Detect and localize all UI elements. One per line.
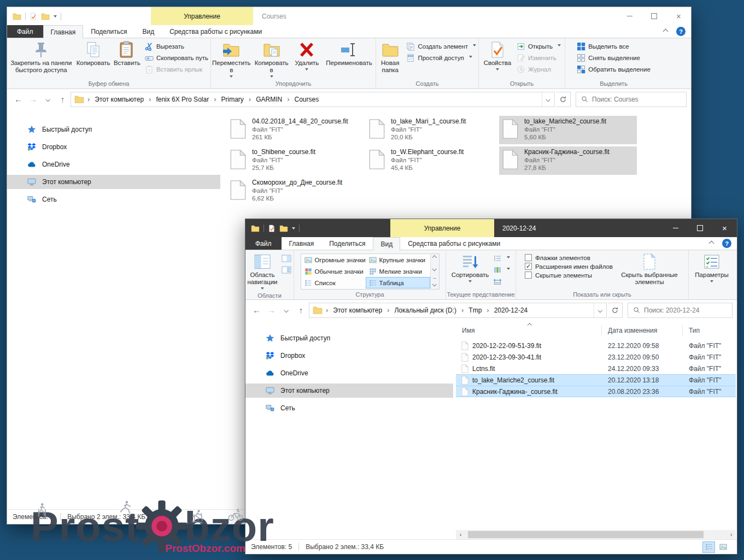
table-row-selected[interactable]: to_lake_Mariche2_course.fit 20.12.2020 1…	[456, 374, 736, 386]
breadcrumb-item[interactable]: Tmp	[467, 306, 483, 314]
move-to-button[interactable]: Переместить в	[211, 39, 251, 79]
select-all-button[interactable]: Выделить все	[577, 41, 651, 52]
history-button[interactable]: Журнал	[517, 64, 561, 75]
scroll-up-icon[interactable]	[432, 256, 437, 260]
details-view-button[interactable]	[702, 541, 715, 553]
hidden-items-checkbox[interactable]: Скрытые элементы	[525, 272, 613, 279]
maximize-button[interactable]	[642, 7, 666, 25]
sort-by-button[interactable]: Сортировать	[449, 251, 491, 284]
table-row[interactable]: 2020-12-23-09-30-41.fit 23.12.2020 09:50…	[456, 351, 736, 363]
qat-customize-icon[interactable]	[54, 15, 57, 19]
tab-file[interactable]: Файл	[245, 237, 282, 250]
close-button[interactable]: ×	[712, 219, 737, 237]
scrollbar-thumb[interactable]	[468, 531, 704, 538]
edit-button[interactable]: Изменить	[517, 52, 561, 63]
tab-picture-tools[interactable]: Средства работы с рисунками	[162, 25, 270, 38]
back-button[interactable]: ←	[11, 92, 25, 106]
options-button[interactable]: Параметры	[692, 251, 732, 284]
file-tile[interactable]: to_lake_Mari_1_course.fitФайл "FIT"20,0 …	[366, 116, 503, 144]
sidebar-item-quick-access[interactable]: Быстрый доступ	[245, 331, 453, 345]
column-header-date-modified[interactable]: Дата изменения	[602, 325, 683, 336]
view-small-icons[interactable]: Мелкие значки	[366, 266, 430, 277]
breadcrumb-item[interactable]: fenix 6X Pro Solar	[154, 96, 210, 103]
paste-shortcut-button[interactable]: Вставить ярлык	[145, 64, 208, 75]
minimize-button[interactable]	[617, 7, 642, 25]
size-columns-button[interactable]	[493, 276, 510, 287]
sort-ascending-icon[interactable]	[528, 321, 531, 328]
new-item-button[interactable]: Создать элемент	[406, 41, 476, 52]
recent-locations-button[interactable]	[41, 92, 55, 106]
up-button[interactable]: ↑	[294, 303, 308, 317]
sidebar-item-dropbox[interactable]: Dropbox	[245, 349, 453, 363]
breadcrumb-item[interactable]: GARMIN	[254, 96, 284, 103]
front-title-bar[interactable]: Управление 2020-12-24 ×	[245, 219, 737, 237]
refresh-button[interactable]	[556, 92, 571, 107]
sidebar-item-quick-access[interactable]: Быстрый доступ	[7, 122, 220, 137]
new-folder-button[interactable]: Новая папка	[376, 39, 404, 74]
file-tile-selected[interactable]: to_lake_Mariche2_course.fitФайл "FIT"5,6…	[499, 116, 637, 144]
column-header-type[interactable]: Тип	[683, 325, 736, 336]
properties-button[interactable]: Свойства	[481, 39, 514, 72]
sidebar-item-onedrive[interactable]: OneDrive	[245, 366, 453, 380]
sidebar-item-onedrive[interactable]: OneDrive	[7, 157, 220, 172]
table-row[interactable]: 2020-12-22-09-51-39.fit 22.12.2020 09:58…	[456, 340, 736, 351]
delete-button[interactable]: Удалить	[291, 39, 323, 72]
sidebar-item-dropbox[interactable]: Dropbox	[7, 140, 220, 154]
view-extra-large-icons[interactable]: Огромные значки	[301, 254, 366, 266]
invert-selection-button[interactable]: Обратить выделение	[577, 64, 651, 75]
easy-access-button[interactable]: Простой доступ	[406, 52, 476, 63]
back-button[interactable]: ←	[250, 303, 263, 317]
properties-qat-icon[interactable]	[30, 13, 37, 20]
file-tile[interactable]: to_W.Elephant_course.fitФайл "FIT"45,4 К…	[366, 146, 503, 175]
tab-share[interactable]: Поделиться	[321, 237, 373, 250]
view-large-icons[interactable]: Крупные значки	[366, 254, 430, 266]
search-input[interactable]: Поиск: 2020-12-24	[628, 303, 733, 318]
collapse-ribbon-icon[interactable]	[663, 29, 669, 34]
address-bar[interactable]: › Этот компьютер › Локальный диск (D:) ›…	[309, 303, 607, 318]
copy-button[interactable]: Копировать	[75, 39, 112, 67]
breadcrumb-item[interactable]: 2020-12-24	[493, 306, 529, 314]
scroll-left-icon[interactable]: ‹	[456, 530, 465, 539]
explorer-folder-icon[interactable]	[13, 12, 21, 21]
properties-qat-icon[interactable]	[268, 225, 276, 232]
pin-to-quick-access-button[interactable]: Закрепить на панели быстрого доступа	[7, 39, 75, 74]
scroll-down-icon[interactable]	[432, 267, 437, 271]
sidebar-item-this-pc[interactable]: Этот компьютер	[245, 384, 453, 398]
layout-list-scrollbar[interactable]	[430, 254, 439, 289]
sidebar-item-network[interactable]: Сеть	[245, 401, 453, 415]
folder-qat-icon[interactable]	[41, 12, 50, 21]
item-checkboxes-checkbox[interactable]: Флажки элементов	[525, 254, 613, 261]
collapse-ribbon-icon[interactable]	[709, 241, 714, 246]
details-pane-button[interactable]	[282, 264, 291, 275]
scroll-right-icon[interactable]: ›	[727, 530, 736, 539]
tab-home[interactable]: Главная	[282, 237, 322, 250]
table-row[interactable]: Lctns.fit 24.12.2020 09:33 Файл "FIT"	[456, 363, 736, 374]
paste-button[interactable]: Вставить	[112, 39, 143, 67]
address-dropdown-button[interactable]	[594, 303, 606, 317]
copy-to-button[interactable]: Копировать в	[251, 39, 291, 79]
select-none-button[interactable]: Снять выделение	[577, 52, 651, 63]
horizontal-scrollbar[interactable]: ‹ ›	[456, 530, 736, 539]
view-details[interactable]: Таблица	[366, 277, 430, 288]
file-tile[interactable]: to_Shibene_course.fitФайл "FIT"25,7 КБ	[227, 146, 365, 175]
tab-file[interactable]: Файл	[7, 25, 43, 38]
cut-button[interactable]: Вырезать	[145, 41, 208, 52]
qat-customize-icon[interactable]	[292, 227, 295, 231]
help-icon[interactable]: ?	[722, 239, 731, 248]
file-tile[interactable]: Скоморохи_до_Дне_course.fitФайл "FIT"6,6…	[227, 177, 365, 205]
contextual-tab-header[interactable]: Управление	[151, 7, 253, 25]
copy-path-button[interactable]: Скопировать путь	[145, 52, 208, 63]
forward-button[interactable]: →	[265, 303, 278, 317]
forward-button[interactable]: →	[26, 92, 40, 106]
breadcrumb-item[interactable]: Этот компьютер	[93, 96, 145, 103]
hide-selected-button[interactable]: Скрыть выбранные элементы	[616, 251, 683, 286]
recent-locations-button[interactable]	[279, 303, 293, 317]
tab-view[interactable]: Вид	[373, 237, 400, 250]
preview-pane-button[interactable]	[282, 253, 291, 264]
search-input[interactable]: Поиск: Courses	[576, 92, 687, 107]
minimize-button[interactable]	[663, 219, 688, 237]
breadcrumb-item[interactable]: Этот компьютер	[331, 306, 384, 314]
tab-share[interactable]: Поделиться	[83, 25, 134, 38]
breadcrumb-item[interactable]: Primary	[219, 96, 245, 103]
sidebar-item-this-pc[interactable]: Этот компьютер	[7, 175, 220, 189]
